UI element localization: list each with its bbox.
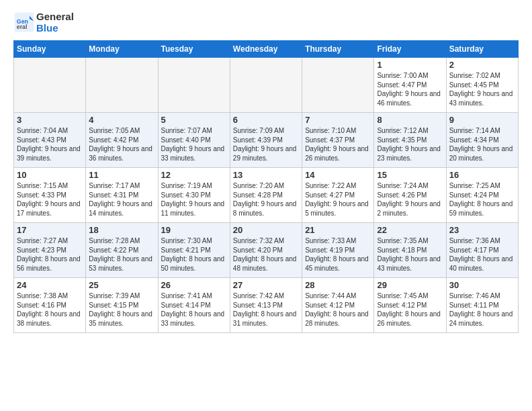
day-number: 22 xyxy=(377,225,443,235)
cell-info: Sunrise: 7:41 AMSunset: 4:14 PMDaylight:… xyxy=(161,291,227,328)
calendar-cell: 26 Sunrise: 7:41 AMSunset: 4:14 PMDaylig… xyxy=(158,278,230,333)
day-number: 19 xyxy=(161,225,227,235)
cell-info: Sunrise: 7:45 AMSunset: 4:12 PMDaylight:… xyxy=(377,291,443,328)
cell-info: Sunrise: 7:22 AMSunset: 4:27 PMDaylight:… xyxy=(305,181,371,218)
weekday-saturday: Saturday xyxy=(446,41,518,58)
calendar-table: SundayMondayTuesdayWednesdayThursdayFrid… xyxy=(13,40,519,333)
calendar-cell: 9 Sunrise: 7:14 AMSunset: 4:34 PMDayligh… xyxy=(446,113,518,168)
cell-info: Sunrise: 7:42 AMSunset: 4:13 PMDaylight:… xyxy=(233,291,299,328)
calendar-cell: 1 Sunrise: 7:00 AMSunset: 4:47 PMDayligh… xyxy=(374,58,446,113)
calendar-cell: 12 Sunrise: 7:19 AMSunset: 4:30 PMDaylig… xyxy=(158,168,230,223)
day-number: 20 xyxy=(233,225,299,235)
calendar-cell: 8 Sunrise: 7:12 AMSunset: 4:35 PMDayligh… xyxy=(374,113,446,168)
day-number: 14 xyxy=(305,170,371,180)
cell-info: Sunrise: 7:10 AMSunset: 4:37 PMDaylight:… xyxy=(305,126,371,163)
weekday-thursday: Thursday xyxy=(302,41,374,58)
day-number: 11 xyxy=(89,170,154,180)
calendar-cell: 24 Sunrise: 7:38 AMSunset: 4:16 PMDaylig… xyxy=(14,278,86,333)
day-number: 24 xyxy=(17,280,83,290)
cell-info: Sunrise: 7:28 AMSunset: 4:22 PMDaylight:… xyxy=(89,236,154,273)
cell-info: Sunrise: 7:07 AMSunset: 4:40 PMDaylight:… xyxy=(161,126,227,163)
cell-info: Sunrise: 7:36 AMSunset: 4:17 PMDaylight:… xyxy=(449,236,515,273)
logo: Gen eral General Blue xyxy=(13,11,74,34)
cell-info: Sunrise: 7:39 AMSunset: 4:15 PMDaylight:… xyxy=(89,291,154,328)
day-number: 9 xyxy=(449,115,515,125)
cell-info: Sunrise: 7:33 AMSunset: 4:19 PMDaylight:… xyxy=(305,236,371,273)
calendar-cell: 10 Sunrise: 7:15 AMSunset: 4:33 PMDaylig… xyxy=(14,168,86,223)
day-number: 10 xyxy=(17,170,83,180)
calendar-cell: 23 Sunrise: 7:36 AMSunset: 4:17 PMDaylig… xyxy=(446,223,518,278)
weekday-header-row: SundayMondayTuesdayWednesdayThursdayFrid… xyxy=(14,41,519,58)
calendar-cell: 3 Sunrise: 7:04 AMSunset: 4:43 PMDayligh… xyxy=(14,113,86,168)
calendar-cell: 14 Sunrise: 7:22 AMSunset: 4:27 PMDaylig… xyxy=(302,168,374,223)
day-number: 1 xyxy=(377,60,443,70)
week-row-5: 24 Sunrise: 7:38 AMSunset: 4:16 PMDaylig… xyxy=(14,278,519,333)
calendar-cell: 5 Sunrise: 7:07 AMSunset: 4:40 PMDayligh… xyxy=(158,113,230,168)
cell-info: Sunrise: 7:12 AMSunset: 4:35 PMDaylight:… xyxy=(377,126,443,163)
calendar-cell: 4 Sunrise: 7:05 AMSunset: 4:42 PMDayligh… xyxy=(86,113,158,168)
day-number: 16 xyxy=(449,170,515,180)
calendar-cell xyxy=(14,58,86,113)
week-row-2: 3 Sunrise: 7:04 AMSunset: 4:43 PMDayligh… xyxy=(14,113,519,168)
calendar-cell: 21 Sunrise: 7:33 AMSunset: 4:19 PMDaylig… xyxy=(302,223,374,278)
day-number: 5 xyxy=(161,115,227,125)
day-number: 12 xyxy=(161,170,227,180)
week-row-3: 10 Sunrise: 7:15 AMSunset: 4:33 PMDaylig… xyxy=(14,168,519,223)
calendar-cell: 29 Sunrise: 7:45 AMSunset: 4:12 PMDaylig… xyxy=(374,278,446,333)
day-number: 23 xyxy=(449,225,515,235)
day-number: 25 xyxy=(89,280,154,290)
calendar-cell: 13 Sunrise: 7:20 AMSunset: 4:28 PMDaylig… xyxy=(230,168,302,223)
day-number: 3 xyxy=(17,115,83,125)
week-row-4: 17 Sunrise: 7:27 AMSunset: 4:23 PMDaylig… xyxy=(14,223,519,278)
day-number: 30 xyxy=(449,280,515,290)
logo-icon: Gen eral xyxy=(13,11,35,33)
cell-info: Sunrise: 7:17 AMSunset: 4:31 PMDaylight:… xyxy=(89,181,154,218)
day-number: 6 xyxy=(233,115,299,125)
calendar-cell: 6 Sunrise: 7:09 AMSunset: 4:39 PMDayligh… xyxy=(230,113,302,168)
calendar-cell: 28 Sunrise: 7:44 AMSunset: 4:12 PMDaylig… xyxy=(302,278,374,333)
cell-info: Sunrise: 7:25 AMSunset: 4:24 PMDaylight:… xyxy=(449,181,515,218)
day-number: 8 xyxy=(377,115,443,125)
weekday-wednesday: Wednesday xyxy=(230,41,302,58)
calendar-cell: 11 Sunrise: 7:17 AMSunset: 4:31 PMDaylig… xyxy=(86,168,158,223)
calendar-cell: 25 Sunrise: 7:39 AMSunset: 4:15 PMDaylig… xyxy=(86,278,158,333)
calendar-cell xyxy=(158,58,230,113)
weekday-friday: Friday xyxy=(374,41,446,58)
cell-info: Sunrise: 7:38 AMSunset: 4:16 PMDaylight:… xyxy=(17,291,83,328)
cell-info: Sunrise: 7:19 AMSunset: 4:30 PMDaylight:… xyxy=(161,181,227,218)
day-number: 17 xyxy=(17,225,83,235)
calendar-cell: 16 Sunrise: 7:25 AMSunset: 4:24 PMDaylig… xyxy=(446,168,518,223)
weekday-sunday: Sunday xyxy=(14,41,86,58)
cell-info: Sunrise: 7:27 AMSunset: 4:23 PMDaylight:… xyxy=(17,236,83,273)
day-number: 26 xyxy=(161,280,227,290)
calendar-cell: 2 Sunrise: 7:02 AMSunset: 4:45 PMDayligh… xyxy=(446,58,518,113)
weekday-tuesday: Tuesday xyxy=(158,41,230,58)
day-number: 27 xyxy=(233,280,299,290)
calendar-cell: 17 Sunrise: 7:27 AMSunset: 4:23 PMDaylig… xyxy=(14,223,86,278)
day-number: 29 xyxy=(377,280,443,290)
cell-info: Sunrise: 7:35 AMSunset: 4:18 PMDaylight:… xyxy=(377,236,443,273)
weekday-monday: Monday xyxy=(86,41,158,58)
calendar-cell: 22 Sunrise: 7:35 AMSunset: 4:18 PMDaylig… xyxy=(374,223,446,278)
day-number: 13 xyxy=(233,170,299,180)
cell-info: Sunrise: 7:20 AMSunset: 4:28 PMDaylight:… xyxy=(233,181,299,218)
cell-info: Sunrise: 7:14 AMSunset: 4:34 PMDaylight:… xyxy=(449,126,515,163)
cell-info: Sunrise: 7:44 AMSunset: 4:12 PMDaylight:… xyxy=(305,291,371,328)
day-number: 2 xyxy=(449,60,515,70)
day-number: 15 xyxy=(377,170,443,180)
calendar-cell xyxy=(302,58,374,113)
calendar-cell: 15 Sunrise: 7:24 AMSunset: 4:26 PMDaylig… xyxy=(374,168,446,223)
cell-info: Sunrise: 7:09 AMSunset: 4:39 PMDaylight:… xyxy=(233,126,299,163)
calendar-cell: 20 Sunrise: 7:32 AMSunset: 4:20 PMDaylig… xyxy=(230,223,302,278)
cell-info: Sunrise: 7:32 AMSunset: 4:20 PMDaylight:… xyxy=(233,236,299,273)
calendar-container: Gen eral General Blue SundayMondayTuesda… xyxy=(0,0,532,340)
cell-info: Sunrise: 7:04 AMSunset: 4:43 PMDaylight:… xyxy=(17,126,83,163)
day-number: 7 xyxy=(305,115,371,125)
calendar-cell: 27 Sunrise: 7:42 AMSunset: 4:13 PMDaylig… xyxy=(230,278,302,333)
calendar-cell: 7 Sunrise: 7:10 AMSunset: 4:37 PMDayligh… xyxy=(302,113,374,168)
calendar-cell: 19 Sunrise: 7:30 AMSunset: 4:21 PMDaylig… xyxy=(158,223,230,278)
cell-info: Sunrise: 7:46 AMSunset: 4:11 PMDaylight:… xyxy=(449,291,515,328)
day-number: 18 xyxy=(89,225,154,235)
day-number: 21 xyxy=(305,225,371,235)
day-number: 4 xyxy=(89,115,154,125)
